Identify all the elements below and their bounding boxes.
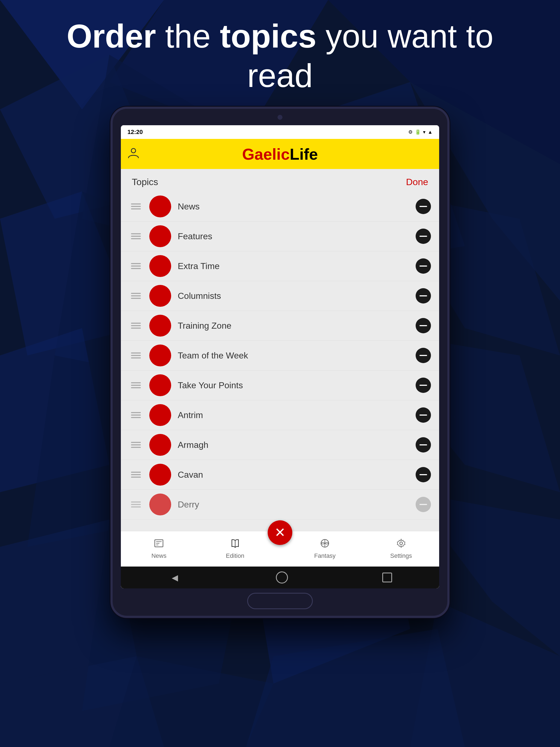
tab-bar: ✕ News [121, 531, 439, 567]
status-time: 12:20 [127, 129, 143, 136]
topic-item-news: News [121, 192, 439, 222]
topic-label-derry: Derry [178, 499, 416, 510]
drag-handle-antrim[interactable] [129, 412, 143, 418]
drag-handle-cavan[interactable] [129, 472, 143, 478]
drag-handle-take-your-points[interactable] [129, 382, 143, 388]
topic-label-antrim: Antrim [178, 410, 416, 420]
app-logo: GaelicLife [242, 145, 318, 163]
topic-item-armagh: Armagh [121, 430, 439, 460]
battery-icon: 🔋 [415, 129, 421, 135]
topics-list: News Features [121, 192, 439, 531]
tablet-device: 12:20 ⚙ 🔋 ▾ ▲ GaelicLife [110, 107, 450, 618]
remove-button-cavan[interactable] [416, 467, 431, 482]
home-nav-button[interactable] [276, 571, 288, 584]
svg-point-24 [131, 149, 136, 153]
topic-item-extra-time: Extra Time [121, 251, 439, 281]
topic-icon-features [149, 225, 171, 247]
topics-header: Topics Done [121, 169, 439, 192]
topic-label-extra-time: Extra Time [178, 261, 416, 271]
remove-button-armagh[interactable] [416, 437, 431, 453]
remove-button-training-zone[interactable] [416, 318, 431, 333]
recents-nav-button[interactable] [382, 572, 392, 583]
topic-item-team-of-week: Team of the Week [121, 341, 439, 370]
topic-label-features: Features [178, 231, 416, 241]
remove-button-features[interactable] [416, 229, 431, 244]
volume-up-button [447, 185, 450, 207]
page-title: Order the topics you want toread [0, 17, 560, 95]
topic-label-news: News [178, 202, 416, 212]
logo-life: Life [290, 145, 318, 163]
title-topics: topics [220, 18, 316, 54]
wifi-icon: ▾ [423, 129, 426, 135]
topic-icon-team-of-week [149, 344, 171, 366]
drag-handle-news[interactable] [129, 203, 143, 209]
navigation-bar: ◀ [121, 567, 439, 588]
profile-icon[interactable] [127, 147, 139, 161]
tab-news[interactable]: News [121, 538, 197, 560]
remove-button-columnists[interactable] [416, 288, 431, 304]
title-order: Order [67, 18, 156, 54]
fantasy-tab-icon [320, 538, 330, 551]
drag-handle-columnists[interactable] [129, 293, 143, 299]
fab-close-button[interactable]: ✕ [268, 520, 292, 545]
logo-gaelic: Gaelic [242, 145, 289, 163]
topic-item-training-zone: Training Zone [121, 311, 439, 341]
remove-button-news[interactable] [416, 199, 431, 214]
remove-button-extra-time[interactable] [416, 258, 431, 274]
volume-down-button [447, 215, 450, 237]
close-icon: ✕ [275, 526, 285, 539]
camera-dot [278, 115, 282, 120]
status-icons: ⚙ 🔋 ▾ ▲ [408, 129, 433, 135]
tab-settings[interactable]: Settings [363, 538, 439, 560]
topic-item-take-your-points: Take Your Points [121, 370, 439, 400]
drag-handle-extra-time[interactable] [129, 263, 143, 269]
app-header: GaelicLife [121, 139, 439, 169]
topic-item-antrim: Antrim [121, 400, 439, 430]
news-tab-label: News [152, 552, 167, 560]
topic-label-columnists: Columnists [178, 291, 416, 301]
edition-tab-icon [230, 538, 240, 551]
svg-point-32 [400, 542, 403, 545]
drag-handle-features[interactable] [129, 233, 143, 239]
topic-icon-news [149, 196, 171, 217]
topic-label-team-of-week: Team of the Week [178, 351, 416, 361]
remove-button-derry[interactable] [416, 497, 431, 512]
drag-handle-armagh[interactable] [129, 442, 143, 448]
topic-icon-columnists [149, 285, 171, 307]
topic-item-columnists: Columnists [121, 281, 439, 311]
topic-icon-extra-time [149, 255, 171, 277]
done-button[interactable]: Done [406, 177, 428, 187]
drag-handle-derry[interactable] [129, 501, 143, 508]
topic-item-derry: Derry [121, 490, 439, 519]
remove-button-team-of-week[interactable] [416, 348, 431, 363]
content-area: Topics Done News [121, 169, 439, 588]
edition-tab-label: Edition [226, 552, 244, 560]
topic-icon-cavan [149, 464, 171, 486]
news-tab-icon [154, 538, 164, 551]
topic-icon-take-your-points [149, 374, 171, 396]
settings-tab-icon [396, 538, 406, 551]
topic-label-training-zone: Training Zone [178, 321, 416, 331]
drag-handle-training-zone[interactable] [129, 323, 143, 329]
title-the: the [165, 18, 211, 54]
topic-icon-armagh [149, 434, 171, 456]
drag-handle-team-of-week[interactable] [129, 353, 143, 358]
topic-icon-antrim [149, 404, 171, 426]
signal-icon: ▲ [428, 129, 433, 135]
remove-button-antrim[interactable] [416, 407, 431, 423]
topic-icon-derry [149, 493, 171, 515]
topic-item-cavan: Cavan [121, 460, 439, 490]
topics-label: Topics [132, 177, 158, 187]
settings-tab-label: Settings [390, 552, 412, 560]
settings-status-icon: ⚙ [408, 129, 413, 135]
back-nav-button[interactable]: ◀ [168, 571, 182, 584]
home-indicator[interactable] [247, 593, 313, 609]
tab-fantasy[interactable]: Fantasy [287, 538, 363, 560]
topic-icon-training-zone [149, 315, 171, 337]
topic-label-take-your-points: Take Your Points [178, 380, 416, 390]
fantasy-tab-label: Fantasy [314, 552, 335, 560]
remove-button-take-your-points[interactable] [416, 378, 431, 393]
topic-item-features: Features [121, 222, 439, 251]
tab-edition[interactable]: Edition [197, 538, 274, 560]
screen: 12:20 ⚙ 🔋 ▾ ▲ GaelicLife [121, 125, 439, 588]
